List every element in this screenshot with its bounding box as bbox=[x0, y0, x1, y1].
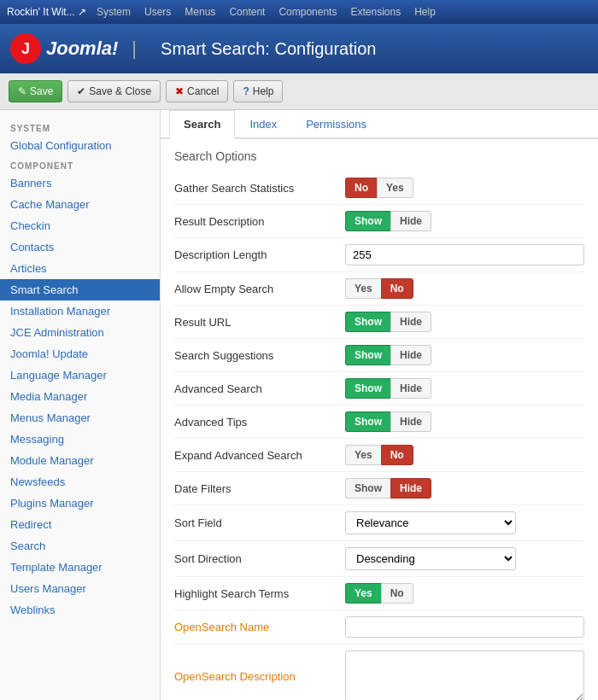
sidebar-item-template-manager[interactable]: Template Manager bbox=[0, 557, 160, 578]
logo-text: Joomla! bbox=[46, 38, 118, 60]
toggle-show-result-desc[interactable]: Show bbox=[345, 211, 390, 231]
sidebar-item-plugins-manager[interactable]: Plugins Manager bbox=[0, 493, 160, 514]
nav-system[interactable]: System bbox=[97, 6, 131, 18]
toggle-hide-adv-tips[interactable]: Hide bbox=[390, 411, 431, 432]
sidebar-item-joomla-update[interactable]: Joomla! Update bbox=[0, 343, 160, 365]
sidebar-item-menus-manager[interactable]: Menus Manager bbox=[0, 407, 160, 429]
label-sort-field: Sort Field bbox=[174, 516, 345, 529]
toggle-show-adv-search[interactable]: Show bbox=[345, 378, 390, 399]
field-opensearch-name: OpenSearch Name bbox=[174, 610, 584, 645]
nav-help[interactable]: Help bbox=[414, 6, 436, 18]
sidebar-item-redirect[interactable]: Redirect bbox=[0, 514, 160, 535]
nav-components[interactable]: Components bbox=[278, 6, 337, 18]
controls-result-url: Show Hide bbox=[345, 312, 584, 332]
save-button[interactable]: ✎ Save bbox=[9, 80, 62, 102]
help-icon: ? bbox=[243, 85, 249, 97]
field-sort-direction: Sort Direction Descending Ascending bbox=[174, 541, 584, 577]
label-advanced-search: Advanced Search bbox=[174, 382, 345, 395]
toggle-yes-highlight[interactable]: Yes bbox=[345, 583, 381, 604]
controls-opensearch-name bbox=[345, 616, 584, 638]
toggle-show-date-filters[interactable]: Show bbox=[345, 478, 390, 499]
sidebar-item-banners[interactable]: Banners bbox=[0, 172, 160, 194]
toggle-show-result-url[interactable]: Show bbox=[345, 312, 390, 332]
input-description-length[interactable] bbox=[345, 244, 584, 265]
nav-users[interactable]: Users bbox=[144, 6, 171, 18]
sidebar-item-jce-administration[interactable]: JCE Administration bbox=[0, 322, 160, 343]
sidebar-item-contacts[interactable]: Contacts bbox=[0, 236, 160, 258]
controls-highlight-search-terms: Yes No bbox=[345, 583, 584, 604]
sidebar-item-articles[interactable]: Articles bbox=[0, 258, 160, 279]
label-highlight-search-terms: Highlight Search Terms bbox=[174, 587, 345, 600]
header-bar: J Joomla! | Smart Search: Configuration bbox=[0, 24, 598, 73]
top-nav: Rockin' It Wit... ↗ System Users Menus C… bbox=[0, 0, 598, 24]
joomla-logo: J Joomla! bbox=[10, 33, 118, 64]
toggle-show-adv-tips[interactable]: Show bbox=[345, 411, 390, 432]
field-opensearch-description: OpenSearch Description bbox=[174, 645, 584, 700]
cancel-icon: ✖ bbox=[175, 85, 184, 97]
field-sort-field: Sort Field Relevance Date Title bbox=[174, 505, 584, 541]
save-label: Save bbox=[30, 85, 53, 97]
sidebar-item-weblinks[interactable]: Weblinks bbox=[0, 599, 160, 621]
sidebar-item-messaging[interactable]: Messaging bbox=[0, 429, 160, 450]
save-icon: ✎ bbox=[18, 85, 26, 97]
toggle-no-gather[interactable]: No bbox=[345, 178, 377, 198]
label-date-filters: Date Filters bbox=[174, 482, 345, 495]
toggle-hide-date-filters[interactable]: Hide bbox=[390, 478, 431, 499]
check-icon: ✔ bbox=[77, 85, 85, 97]
toggle-yes-expand-adv[interactable]: Yes bbox=[345, 445, 381, 465]
sidebar-item-cache-manager[interactable]: Cache Manager bbox=[0, 194, 160, 215]
controls-result-description: Show Hide bbox=[345, 211, 584, 231]
textarea-opensearch-description[interactable] bbox=[345, 650, 584, 700]
toggle-no-empty-search[interactable]: No bbox=[381, 278, 413, 299]
toggle-no-expand-adv[interactable]: No bbox=[381, 445, 413, 465]
label-allow-empty-search: Allow Empty Search bbox=[174, 283, 345, 295]
content-panel: Search Index Permissions Search Options … bbox=[161, 110, 598, 700]
save-close-button[interactable]: ✔ Save & Close bbox=[67, 80, 161, 102]
toggle-hide-result-url[interactable]: Hide bbox=[390, 312, 431, 332]
controls-advanced-tips: Show Hide bbox=[345, 411, 584, 432]
sidebar-item-media-manager[interactable]: Media Manager bbox=[0, 386, 160, 407]
sidebar-item-checkin[interactable]: Checkin bbox=[0, 215, 160, 236]
toggle-yes-gather[interactable]: Yes bbox=[377, 178, 413, 198]
site-title[interactable]: Rockin' It Wit... ↗ bbox=[7, 6, 86, 18]
toggle-show-search-sugg[interactable]: Show bbox=[345, 345, 390, 365]
help-button[interactable]: ? Help bbox=[233, 80, 283, 102]
sidebar-item-search[interactable]: Search bbox=[0, 535, 160, 557]
field-description-length: Description Length bbox=[174, 238, 584, 272]
controls-gather-search-stats: No Yes bbox=[345, 178, 584, 198]
label-expand-advanced-search: Expand Advanced Search bbox=[174, 449, 345, 462]
field-advanced-search: Advanced Search Show Hide bbox=[174, 372, 584, 405]
controls-description-length bbox=[345, 244, 584, 265]
field-expand-advanced-search: Expand Advanced Search Yes No bbox=[174, 439, 584, 472]
sidebar-item-newsfeeds[interactable]: Newsfeeds bbox=[0, 471, 160, 493]
nav-extensions[interactable]: Extensions bbox=[350, 6, 401, 18]
label-search-suggestions: Search Suggestions bbox=[174, 349, 345, 362]
nav-content[interactable]: Content bbox=[229, 6, 265, 18]
sidebar-item-global-config[interactable]: Global Configuration bbox=[0, 135, 160, 156]
page-title: Smart Search: Configuration bbox=[161, 39, 376, 59]
field-result-url: Result URL Show Hide bbox=[174, 306, 584, 339]
sidebar-item-module-manager[interactable]: Module Manager bbox=[0, 450, 160, 471]
controls-opensearch-description bbox=[345, 650, 584, 700]
sidebar-item-smart-search[interactable]: Smart Search bbox=[0, 279, 160, 300]
joomla-logo-icon: J bbox=[10, 33, 41, 64]
input-opensearch-name[interactable] bbox=[345, 616, 584, 638]
select-sort-field[interactable]: Relevance Date Title bbox=[345, 511, 516, 534]
toggle-hide-result-desc[interactable]: Hide bbox=[390, 211, 431, 231]
toggle-hide-search-sugg[interactable]: Hide bbox=[390, 345, 431, 365]
toggle-hide-adv-search[interactable]: Hide bbox=[390, 378, 431, 399]
label-opensearch-name: OpenSearch Name bbox=[174, 621, 345, 633]
help-label: Help bbox=[253, 85, 274, 97]
tab-search[interactable]: Search bbox=[169, 110, 235, 139]
tab-permissions[interactable]: Permissions bbox=[291, 110, 381, 139]
nav-menus[interactable]: Menus bbox=[185, 6, 215, 18]
toggle-no-highlight[interactable]: No bbox=[381, 583, 413, 604]
select-sort-direction[interactable]: Descending Ascending bbox=[345, 547, 516, 570]
cancel-button[interactable]: ✖ Cancel bbox=[166, 80, 228, 102]
toggle-yes-empty-search[interactable]: Yes bbox=[345, 278, 381, 299]
tabs: Search Index Permissions bbox=[161, 110, 598, 139]
sidebar-item-language-manager[interactable]: Language Manager bbox=[0, 365, 160, 386]
tab-index[interactable]: Index bbox=[235, 110, 291, 139]
sidebar-item-users-manager[interactable]: Users Manager bbox=[0, 578, 160, 599]
sidebar-item-installation-manager[interactable]: Installation Manager bbox=[0, 300, 160, 322]
